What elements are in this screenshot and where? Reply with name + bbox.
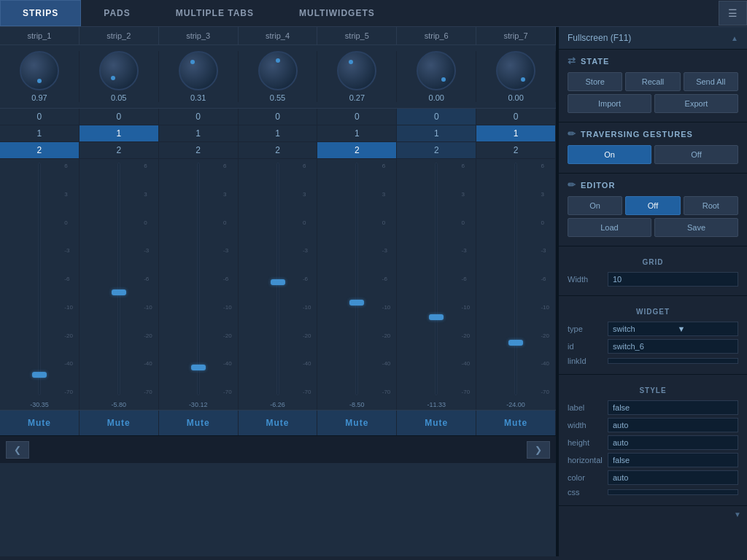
scroll-down-arrow[interactable]: ▼ [734, 510, 741, 518]
tab-strips[interactable]: STRIPS [0, 0, 81, 26]
tab-multiwidgets[interactable]: MULTIWIDGETS [276, 0, 398, 26]
tab-pads[interactable]: PADS [81, 0, 152, 26]
fader-handle-1[interactable] [32, 372, 47, 378]
fader-handle-6[interactable] [429, 314, 444, 320]
fader-cell-4: 630-3-6-10-20-40-70 -6.26 [239, 159, 318, 410]
style-label-value[interactable]: false [608, 400, 738, 415]
knob-1[interactable] [20, 51, 59, 90]
knob-cell-7: 0.00 [476, 51, 556, 102]
fader-value-4: -6.26 [239, 401, 317, 408]
knob-cell-1: 0.97 [0, 51, 80, 102]
knob-cell-2: 0.05 [80, 51, 159, 102]
knob-7[interactable] [496, 51, 535, 90]
traversing-on-button[interactable]: On [568, 145, 651, 164]
widget-id-label: id [568, 342, 608, 351]
fader-value-3: -30.12 [159, 401, 238, 408]
state-buttons-row2: Import Export [568, 94, 738, 113]
widget-type-value[interactable]: switch ▼ [608, 322, 738, 336]
widget-id-row: id switch_6 [568, 339, 738, 354]
strip-header-4: strip_4 [239, 27, 318, 44]
grid-width-value[interactable]: 10 [608, 272, 738, 287]
state-section: ⇄ State Store Recall Send All Import Exp… [559, 50, 747, 122]
recall-button[interactable]: Recall [625, 72, 680, 91]
fader-value-7: -24.00 [476, 401, 555, 408]
data-cell-3-7: 2 [476, 142, 556, 158]
fader-scale-6: 630-3-6-10-20-40-70 [462, 163, 471, 395]
fader-track-1 [38, 163, 40, 395]
export-button[interactable]: Export [654, 94, 738, 113]
fader-handle-5[interactable] [349, 300, 364, 306]
editor-off-button[interactable]: Off [625, 196, 680, 215]
style-width-value[interactable]: auto [608, 418, 738, 432]
mute-button-3[interactable]: Mute [159, 411, 239, 435]
fader-handle-2[interactable] [112, 289, 126, 295]
state-section-title: ⇄ State [568, 55, 738, 66]
mute-button-7[interactable]: Mute [476, 411, 556, 435]
knob-2[interactable] [99, 51, 139, 90]
scroll-bottom-area: ▼ [559, 506, 747, 522]
knob-4[interactable] [258, 51, 298, 90]
send-all-button[interactable]: Send All [684, 72, 738, 91]
knob-3[interactable] [179, 51, 218, 90]
data-cell-2-7: 1 [476, 125, 556, 141]
chevron-down-icon: ▼ [673, 322, 738, 335]
fader-value-6: -11.33 [397, 401, 476, 408]
data-cell-3-5: 2 [317, 142, 397, 158]
data-row-1: 0 0 0 0 0 0 0 [0, 109, 556, 125]
data-cell-3-2: 2 [80, 142, 159, 158]
mute-button-6[interactable]: Mute [397, 411, 476, 435]
style-height-value[interactable]: auto [608, 435, 738, 450]
nav-left-arrow[interactable]: ❮ [6, 441, 29, 459]
widget-linkid-value[interactable] [608, 358, 738, 364]
data-cell-3-1: 2 [0, 142, 80, 158]
data-cell-1-7: 0 [476, 109, 556, 125]
fader-track-3 [197, 163, 199, 395]
strip-header-5: strip_5 [317, 27, 397, 44]
editor-save-button[interactable]: Save [654, 218, 738, 237]
fader-value-5: -8.50 [317, 401, 396, 408]
tab-multiple-tabs[interactable]: MULTIPLE TABS [153, 0, 276, 26]
widget-type-label: type [568, 324, 608, 333]
traversing-off-button[interactable]: Off [654, 145, 738, 164]
widget-section-title: Widget [568, 305, 738, 319]
style-color-value[interactable]: auto [608, 470, 738, 485]
editor-title-text: Editor [581, 181, 615, 190]
store-button[interactable]: Store [568, 72, 622, 91]
fullscreen-header: Fullscreen (F11) ▲ [559, 27, 747, 50]
strip-header-2: strip_2 [80, 27, 159, 44]
widget-id-value[interactable]: switch_6 [608, 339, 738, 354]
style-section-title: Style [568, 384, 738, 397]
scroll-up-arrow[interactable]: ▲ [731, 34, 738, 42]
knob-value-2: 0.05 [111, 93, 126, 102]
hamburger-button[interactable]: ☰ [719, 1, 747, 26]
style-css-label: css [568, 488, 608, 497]
data-cell-1-2: 0 [80, 109, 159, 125]
grid-width-row: Width 10 [568, 272, 738, 287]
mute-button-4[interactable]: Mute [239, 411, 318, 435]
editor-load-button[interactable]: Load [568, 218, 651, 237]
fader-track-2 [117, 163, 120, 395]
editor-on-button[interactable]: On [568, 196, 622, 215]
style-section: Style label false width auto height auto… [559, 375, 747, 506]
data-cell-3-4: 2 [239, 142, 318, 158]
knobs-row: 0.97 0.05 0.31 0.55 [0, 45, 556, 109]
knob-5[interactable] [337, 51, 376, 90]
fader-handle-3[interactable] [191, 365, 206, 370]
style-horizontal-value[interactable]: false [608, 453, 738, 467]
fader-cell-1: 630-3-6-10-20-40-70 -30.35 [0, 159, 80, 410]
fader-handle-7[interactable] [508, 340, 523, 346]
nav-right-arrow[interactable]: ❯ [527, 441, 550, 459]
import-button[interactable]: Import [568, 94, 651, 113]
editor-root-button[interactable]: Root [684, 196, 738, 215]
style-css-value[interactable] [608, 489, 738, 495]
strip-header-3: strip_3 [159, 27, 239, 44]
mute-button-2[interactable]: Mute [80, 411, 159, 435]
mute-button-1[interactable]: Mute [0, 411, 80, 435]
knob-value-6: 0.00 [429, 93, 444, 102]
fader-handle-4[interactable] [271, 279, 285, 285]
knob-6[interactable] [417, 51, 456, 90]
strip-headers-row: strip_1 strip_2 strip_3 strip_4 strip_5 … [0, 27, 556, 45]
style-height-label: height [568, 438, 608, 447]
widget-type-text: switch [608, 322, 673, 335]
mute-button-5[interactable]: Mute [317, 411, 397, 435]
